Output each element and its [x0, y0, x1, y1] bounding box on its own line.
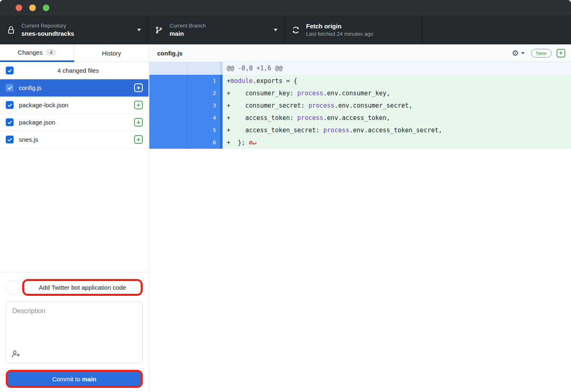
- close-window-button[interactable]: [16, 5, 22, 11]
- toolbar-empty-area: [422, 16, 571, 44]
- diff-file-name: config.js: [157, 50, 183, 57]
- toolbar: Current Repository snes-soundtracks Curr…: [0, 16, 571, 44]
- diff-gutter-old[interactable]: [149, 124, 187, 136]
- diff-line-row: 2+ consumer_key: process.env.consumer_ke…: [149, 87, 571, 99]
- file-row[interactable]: package-lock.json+: [0, 97, 149, 114]
- diff-lines: 1+module.exports = {2+ consumer_key: pro…: [149, 75, 571, 149]
- annotation-highlight-summary: Add Twitter bot application code: [22, 279, 143, 296]
- diff-gutter-new[interactable]: 5: [187, 124, 223, 136]
- zoom-window-button[interactable]: [43, 5, 49, 11]
- plus-square-icon[interactable]: +: [134, 101, 143, 109]
- diff-line-row: 1+module.exports = {: [149, 75, 571, 87]
- commit-summary-input[interactable]: Add Twitter bot application code: [24, 281, 141, 294]
- add-coauthor-icon[interactable]: [12, 350, 21, 359]
- fetch-origin-button[interactable]: Fetch origin Last fetched 24 minutes ago: [285, 16, 422, 44]
- hunk-gutter-new: [187, 62, 223, 75]
- hunk-gutter-old: [149, 62, 187, 75]
- file-row[interactable]: package.json+: [0, 114, 149, 131]
- file-list-empty-space: [0, 148, 149, 272]
- file-name: config.js: [19, 84, 42, 91]
- diff-gutter-old[interactable]: [149, 87, 187, 99]
- file-name: package.json: [19, 119, 55, 126]
- file-row[interactable]: snes.js+: [0, 131, 149, 148]
- diff-code-line: + consumer_key: process.env.consumer_key…: [223, 87, 571, 99]
- diff-gutter-new[interactable]: 2: [187, 87, 223, 99]
- repository-name: snes-soundtracks: [21, 30, 74, 38]
- fetch-title: Fetch origin: [306, 23, 373, 30]
- lock-icon: [7, 25, 16, 35]
- diff-pane: config.js ⚙ New + @@ -0,0 +1,6 @@ 1+modu…: [149, 44, 571, 392]
- file-checkbox[interactable]: [6, 84, 14, 92]
- titlebar: [0, 0, 571, 16]
- diff-gutter-new[interactable]: 6: [187, 136, 223, 149]
- diff-header: config.js ⚙ New +: [149, 44, 571, 62]
- file-name: snes.js: [19, 136, 38, 143]
- diff-gutter-old[interactable]: [149, 112, 187, 124]
- file-name: package-lock.json: [19, 101, 68, 108]
- diff-gutter-new[interactable]: 1: [187, 75, 223, 87]
- tab-changes-label: Changes: [18, 49, 42, 56]
- current-repository-dropdown[interactable]: Current Repository snes-soundtracks: [0, 16, 148, 44]
- diff-line-row: 4+ access_token: process.env.access_toke…: [149, 112, 571, 124]
- plus-square-icon[interactable]: +: [134, 83, 143, 92]
- diff-line-row: 5+ access_token_secret: process.env.acce…: [149, 124, 571, 136]
- diff-gutter-new[interactable]: 4: [187, 112, 223, 124]
- plus-square-icon[interactable]: +: [134, 135, 143, 144]
- tab-history[interactable]: History: [74, 44, 149, 62]
- gear-caret-icon[interactable]: [521, 52, 525, 54]
- repository-label: Current Repository: [21, 23, 74, 29]
- diff-gutter-old[interactable]: [149, 99, 187, 112]
- diff-line-row: 3+ consumer_secret: process.env.consumer…: [149, 99, 571, 112]
- diff-code-line: + consumer_secret: process.env.consumer_…: [223, 99, 571, 112]
- diff-code-line: + access_token_secret: process.env.acces…: [223, 124, 571, 136]
- changes-sidebar: Changes 4 History 4 changed files config…: [0, 44, 149, 392]
- fetch-status: Last fetched 24 minutes ago: [306, 31, 373, 37]
- file-row[interactable]: config.js+: [0, 79, 149, 97]
- diff-code-line: + }; ⊘↵: [223, 136, 571, 149]
- sync-icon: [291, 25, 300, 35]
- diff-gutter-old[interactable]: [149, 136, 187, 149]
- branch-name: main: [169, 30, 206, 38]
- diff-line-row: 6+ }; ⊘↵: [149, 136, 571, 149]
- diff-body: @@ -0,0 +1,6 @@ 1+module.exports = {2+ c…: [149, 62, 571, 149]
- git-branch-icon: [155, 25, 164, 35]
- new-file-badge: New: [531, 49, 552, 58]
- changed-files-count: 4 changed files: [14, 67, 143, 74]
- changes-count-badge: 4: [46, 49, 56, 56]
- commit-form: Add Twitter bot application code Descrip…: [0, 272, 149, 392]
- commit-branch-name: main: [82, 376, 96, 383]
- sidebar-tabs: Changes 4 History: [0, 44, 149, 62]
- hunk-header: @@ -0,0 +1,6 @@: [223, 62, 571, 75]
- github-desktop-window: Current Repository snes-soundtracks Curr…: [0, 0, 571, 392]
- file-checkbox[interactable]: [6, 136, 14, 143]
- annotation-highlight-commit: Commit to main: [6, 370, 143, 388]
- minimize-window-button[interactable]: [29, 5, 36, 11]
- file-checkbox[interactable]: [6, 118, 14, 126]
- diff-gutter-new[interactable]: 3: [187, 99, 223, 112]
- commit-to-main-button[interactable]: Commit to main: [8, 372, 141, 386]
- plus-square-icon[interactable]: +: [134, 118, 143, 127]
- select-all-checkbox[interactable]: [6, 67, 14, 74]
- gear-icon[interactable]: ⚙: [512, 49, 519, 57]
- tab-history-label: History: [102, 50, 121, 57]
- chevron-down-icon: [137, 29, 141, 31]
- diff-code-line: + access_token: process.env.access_token…: [223, 112, 571, 124]
- current-branch-dropdown[interactable]: Current Branch main: [148, 16, 285, 44]
- select-all-row: 4 changed files: [0, 62, 149, 79]
- tab-changes[interactable]: Changes 4: [0, 44, 74, 62]
- description-placeholder: Description: [12, 307, 45, 314]
- diff-code-line: +module.exports = {: [223, 75, 571, 87]
- avatar: [6, 280, 21, 295]
- hunk-header-row: @@ -0,0 +1,6 @@: [149, 62, 571, 75]
- changed-file-list: config.js+package-lock.json+package.json…: [0, 79, 149, 148]
- diff-gutter-old[interactable]: [149, 75, 187, 87]
- branch-label: Current Branch: [169, 23, 206, 29]
- file-checkbox[interactable]: [6, 101, 14, 109]
- expand-diff-plus-icon[interactable]: +: [557, 49, 565, 58]
- commit-description-input[interactable]: Description: [6, 302, 143, 363]
- chevron-down-icon: [274, 29, 278, 31]
